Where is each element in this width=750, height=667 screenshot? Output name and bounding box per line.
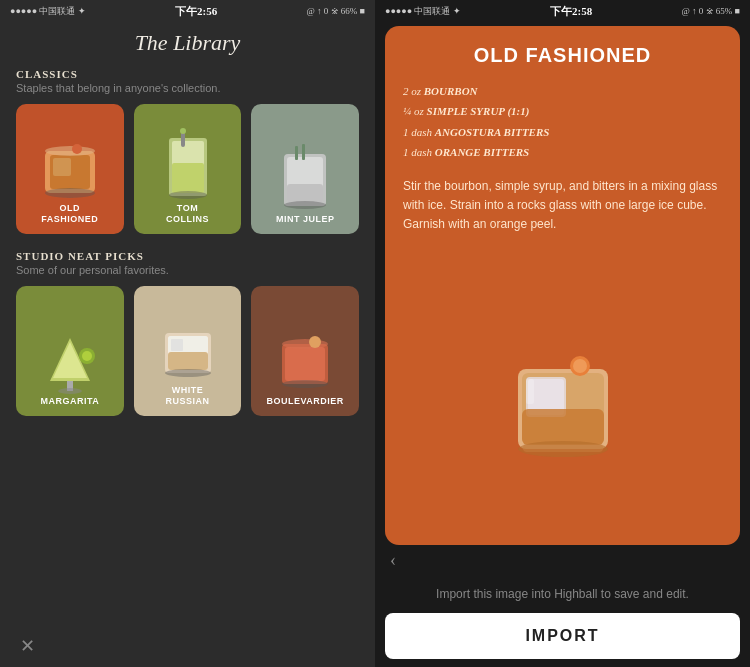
svg-point-17 xyxy=(284,201,326,209)
drink-illustration xyxy=(403,248,722,529)
page-title: The Library xyxy=(0,22,375,68)
classics-grid: OLDFASHIONED TOMCOLLINS xyxy=(0,104,375,250)
ingredient-2: ¼ oz SIMPLE SYRUP (1:1) xyxy=(403,101,722,121)
svg-rect-14 xyxy=(287,184,323,203)
right-carrier: ●●●●● 中国联通 ✦ xyxy=(385,5,461,18)
boulevardier-label: BOULEVARDIER xyxy=(267,396,344,408)
tom-collins-icon xyxy=(153,123,223,203)
ingredient-4: 1 dash ORANGE BITTERS xyxy=(403,142,722,162)
left-icons: @ ↑ 0 ※ 66% ■ xyxy=(307,6,365,16)
status-bar-left: ●●●●● 中国联通 ✦ 下午2:56 @ ↑ 0 ※ 66% ■ xyxy=(0,0,375,22)
classics-subtitle: Staples that belong in anyone's collecti… xyxy=(0,82,375,104)
instructions: Stir the bourbon, simple syrup, and bitt… xyxy=(403,177,722,235)
right-time: 下午2:58 xyxy=(550,4,592,19)
right-nav: ‹ xyxy=(375,545,750,575)
picks-grid: MARGARITA WHITERUSSIAN BOULEVAR xyxy=(0,286,375,432)
svg-point-23 xyxy=(82,351,92,361)
card-mint-julep[interactable]: MINT JULEP xyxy=(251,104,359,234)
card-margarita[interactable]: MARGARITA xyxy=(16,286,124,416)
svg-rect-8 xyxy=(172,163,204,193)
back-button[interactable]: ‹ xyxy=(390,550,396,571)
picks-title: STUDIO NEAT PICKS xyxy=(0,250,375,264)
svg-rect-2 xyxy=(53,158,71,176)
card-white-russian[interactable]: WHITERUSSIAN xyxy=(134,286,242,416)
left-carrier: ●●●●● 中国联通 ✦ xyxy=(10,5,86,18)
svg-point-3 xyxy=(45,146,95,156)
white-russian-label: WHITERUSSIAN xyxy=(166,385,210,408)
svg-rect-27 xyxy=(168,352,208,370)
mint-julep-icon xyxy=(270,134,340,214)
svg-point-32 xyxy=(282,339,328,349)
svg-point-5 xyxy=(45,188,95,198)
svg-point-4 xyxy=(72,144,82,154)
import-text: Import this image into Highball to save … xyxy=(436,585,689,603)
close-button[interactable]: ✕ xyxy=(20,635,35,657)
old-fashioned-large-icon xyxy=(498,314,628,464)
left-panel: ●●●●● 中国联通 ✦ 下午2:56 @ ↑ 0 ※ 66% ■ The Li… xyxy=(0,0,375,667)
classics-title: CLASSICS xyxy=(0,68,375,82)
svg-rect-40 xyxy=(526,379,534,404)
svg-rect-31 xyxy=(285,347,325,381)
ingredient-3: 1 dash ANGOSTURA BITTERS xyxy=(403,122,722,142)
ingredients-list: 2 oz BOURBON ¼ oz SIMPLE SYRUP (1:1) 1 d… xyxy=(403,81,722,163)
ingredient-1: 2 oz BOURBON xyxy=(403,81,722,101)
card-tom-collins[interactable]: TOMCOLLINS xyxy=(134,104,242,234)
svg-point-28 xyxy=(165,369,211,377)
svg-rect-16 xyxy=(302,144,305,160)
detail-title: OLD FASHIONED xyxy=(403,44,722,67)
white-russian-icon xyxy=(153,305,223,385)
boulevardier-icon xyxy=(270,316,340,396)
svg-point-34 xyxy=(282,380,328,388)
svg-point-21 xyxy=(58,388,82,394)
margarita-label: MARGARITA xyxy=(40,396,99,408)
card-old-fashioned[interactable]: OLDFASHIONED xyxy=(16,104,124,234)
svg-point-43 xyxy=(573,359,587,373)
picks-subtitle: Some of our personal favorites. xyxy=(0,264,375,286)
left-time: 下午2:56 xyxy=(175,4,217,19)
old-fashioned-label: OLDFASHIONED xyxy=(41,203,98,226)
svg-point-33 xyxy=(309,336,321,348)
margarita-icon xyxy=(35,316,105,396)
mint-julep-label: MINT JULEP xyxy=(276,214,335,226)
bottom-section: Import this image into Highball to save … xyxy=(375,575,750,667)
svg-rect-45 xyxy=(523,444,603,452)
svg-rect-39 xyxy=(522,409,604,445)
svg-point-11 xyxy=(169,191,207,199)
svg-point-10 xyxy=(180,128,186,134)
status-bar-right: ●●●●● 中国联通 ✦ 下午2:58 @ ↑ 0 ※ 65% ■ xyxy=(375,0,750,22)
right-icons: @ ↑ 0 ※ 65% ■ xyxy=(682,6,740,16)
svg-rect-29 xyxy=(171,339,183,351)
import-button[interactable]: IMPORT xyxy=(385,613,740,659)
svg-rect-15 xyxy=(295,146,298,160)
detail-card: OLD FASHIONED 2 oz BOURBON ¼ oz SIMPLE S… xyxy=(385,26,740,545)
old-fashioned-icon xyxy=(35,123,105,203)
right-panel: ●●●●● 中国联通 ✦ 下午2:58 @ ↑ 0 ※ 65% ■ OLD FA… xyxy=(375,0,750,667)
tom-collins-label: TOMCOLLINS xyxy=(166,203,209,226)
card-boulevardier[interactable]: BOULEVARDIER xyxy=(251,286,359,416)
